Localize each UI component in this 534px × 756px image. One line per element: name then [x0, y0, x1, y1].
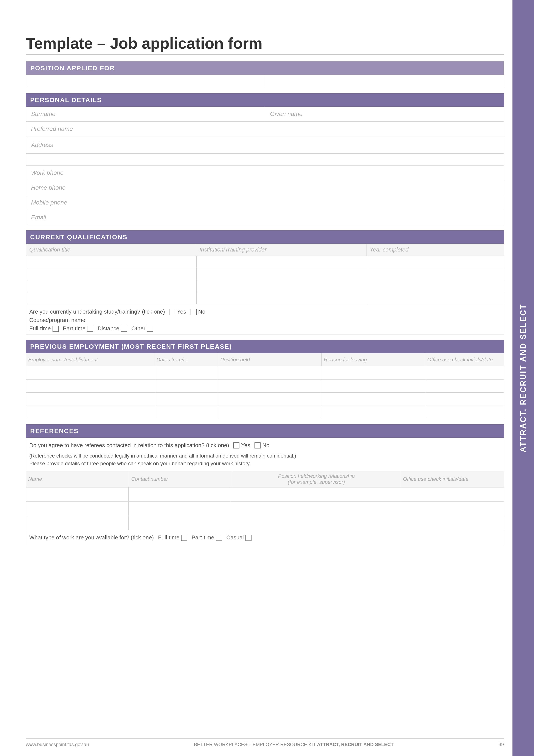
emp-cell-4-reason[interactable] [322, 406, 426, 419]
ref-cell-3-office[interactable] [401, 516, 504, 530]
fulltime-box[interactable] [53, 326, 59, 332]
emp-data-row-3 [26, 393, 504, 406]
emp-cell-1-reason[interactable] [322, 366, 426, 379]
footer-center-text: BETTER WORKPLACES – EMPLOYER RESOURCE KI… [194, 742, 316, 747]
qual-cell-3-1[interactable] [26, 280, 196, 292]
main-content: Template – Job application form POSITION… [26, 35, 504, 717]
emp-cell-3-employer[interactable] [26, 393, 156, 406]
ref-cell-1-office[interactable] [401, 487, 504, 501]
emp-cell-3-position[interactable] [218, 393, 322, 406]
ref-cell-1-position[interactable] [231, 487, 401, 501]
distance-checkbox[interactable]: Distance [97, 325, 127, 332]
distance-box[interactable] [121, 326, 127, 332]
personal-header: PERSONAL DETAILS [26, 93, 504, 107]
parttime-box[interactable] [87, 326, 93, 332]
ref-col-name: Name [26, 471, 129, 487]
qual-cell-4-1[interactable] [26, 292, 196, 304]
emp-cell-1-office[interactable] [426, 366, 504, 379]
qual-cell-2-3[interactable] [367, 268, 504, 280]
ref-data-row-1 [26, 487, 504, 502]
qual-cell-3-3[interactable] [367, 280, 504, 292]
ref-cell-1-contact[interactable] [129, 487, 231, 501]
emp-cell-2-reason[interactable] [322, 380, 426, 392]
surname-field[interactable]: Surname [26, 107, 265, 121]
ref-no-checkbox[interactable]: No [255, 442, 269, 449]
position-field-1[interactable] [26, 75, 265, 88]
employment-section: PREVIOUS EMPLOYMENT (MOST RECENT FIRST P… [26, 340, 504, 419]
ref-cell-2-position[interactable] [231, 502, 401, 516]
footer-left: www.businesspoint.tas.gov.au [26, 742, 89, 747]
emp-col-employer: Employer name/establishment [26, 353, 154, 366]
position-field-2[interactable] [265, 75, 504, 88]
parttime-checkbox[interactable]: Part-time [63, 325, 93, 332]
emp-cell-4-employer[interactable] [26, 406, 156, 419]
study-type-row: Full-time Part-time Distance Other [29, 325, 500, 332]
qual-cell-1-1[interactable] [26, 256, 196, 268]
emp-cell-2-position[interactable] [218, 380, 322, 392]
preferred-name-row[interactable]: Preferred name [26, 122, 504, 136]
work-phone-row[interactable]: Work phone [26, 166, 504, 180]
avail-fulltime-box[interactable] [181, 535, 187, 541]
avail-fulltime-label: Full-time [158, 534, 180, 541]
qual-cell-2-2[interactable] [196, 268, 367, 280]
emp-cell-3-reason[interactable] [322, 393, 426, 406]
emp-cell-4-position[interactable] [218, 406, 322, 419]
qual-cell-4-2[interactable] [196, 292, 367, 304]
ref-cell-1-name[interactable] [26, 487, 129, 501]
emp-cell-4-dates[interactable] [156, 406, 218, 419]
emp-cell-1-dates[interactable] [156, 366, 218, 379]
fulltime-checkbox[interactable]: Full-time [29, 325, 59, 332]
study-no-checkbox[interactable]: No [191, 309, 205, 315]
qualifications-header: CURRENT QUALIFICATIONS [26, 230, 504, 244]
course-label: Course/program name [29, 317, 85, 323]
emp-cell-3-office[interactable] [426, 393, 504, 406]
avail-parttime-checkbox[interactable]: Part-time [191, 534, 222, 541]
qual-data-row-3 [26, 280, 504, 292]
qual-cell-1-3[interactable] [367, 256, 504, 268]
study-no-box[interactable] [191, 309, 196, 315]
qual-cell-1-2[interactable] [196, 256, 367, 268]
emp-cell-1-employer[interactable] [26, 366, 156, 379]
emp-cell-2-dates[interactable] [156, 380, 218, 392]
ref-yes-label: Yes [241, 442, 250, 449]
email-row[interactable]: Email [26, 210, 504, 225]
qual-cell-4-3[interactable] [367, 292, 504, 304]
other-checkbox[interactable]: Other [131, 325, 153, 332]
ref-yes-box[interactable] [233, 443, 240, 448]
references-fields: Do you agree to have referees contacted … [26, 438, 504, 545]
side-tab: ATTRACT, RECRUIT AND SELECT [513, 0, 534, 756]
given-name-field[interactable]: Given name [265, 107, 504, 121]
home-phone-row[interactable]: Home phone [26, 180, 504, 195]
ref-cell-2-name[interactable] [26, 502, 129, 516]
address-row[interactable]: Address [26, 136, 504, 154]
ref-yes-checkbox[interactable]: Yes [233, 442, 250, 449]
avail-casual-checkbox[interactable]: Casual [226, 534, 251, 541]
avail-casual-box[interactable] [245, 535, 251, 541]
ref-no-box[interactable] [255, 443, 261, 448]
emp-cell-3-dates[interactable] [156, 393, 218, 406]
ref-col-position-line2: (for example, supervisor) [288, 479, 345, 485]
other-box[interactable] [147, 326, 153, 332]
ref-cell-2-contact[interactable] [129, 502, 231, 516]
ref-cell-3-contact[interactable] [129, 516, 231, 530]
qual-cell-2-1[interactable] [26, 268, 196, 280]
emp-cell-4-office[interactable] [426, 406, 504, 419]
emp-cell-2-employer[interactable] [26, 380, 156, 392]
study-yes-checkbox[interactable]: Yes [169, 309, 186, 315]
avail-fulltime-checkbox[interactable]: Full-time [158, 534, 187, 541]
address-label: Address [29, 139, 500, 150]
ref-cell-3-name[interactable] [26, 516, 129, 530]
side-tab-text: ATTRACT, RECRUIT AND SELECT [519, 304, 528, 452]
emp-cell-2-office[interactable] [426, 380, 504, 392]
study-yes-box[interactable] [169, 309, 175, 315]
qualifications-section: CURRENT QUALIFICATIONS Qualification tit… [26, 230, 504, 335]
references-section: REFERENCES Do you agree to have referees… [26, 424, 504, 545]
qual-cell-3-2[interactable] [196, 280, 367, 292]
avail-parttime-box[interactable] [216, 535, 222, 541]
ref-cell-3-position[interactable] [231, 516, 401, 530]
emp-data-row-2 [26, 380, 504, 393]
emp-cell-1-position[interactable] [218, 366, 322, 379]
ref-cell-2-office[interactable] [401, 502, 504, 516]
qual-col-institution: Institution/Training provider [196, 244, 366, 256]
mobile-phone-row[interactable]: Mobile phone [26, 195, 504, 210]
